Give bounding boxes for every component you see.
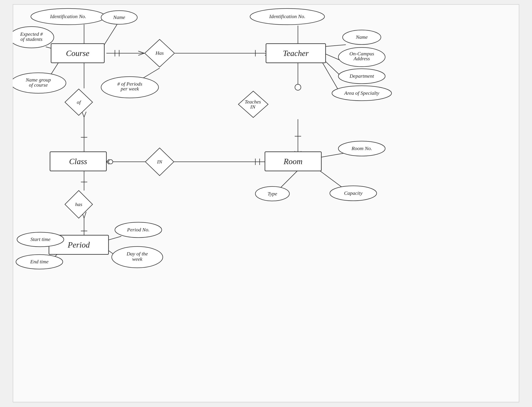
- attr-room-capacity: Capacity: [344, 190, 362, 196]
- attr-period-end: End time: [30, 259, 48, 264]
- svg-line-1: [104, 24, 117, 45]
- rel-in-label: IN: [157, 159, 162, 164]
- attr-course-expected2: of students: [20, 36, 42, 42]
- attr-course-expected1: Expected #: [20, 31, 43, 37]
- attr-teacher-specialty: Area of Specialty: [344, 90, 379, 96]
- attr-period-day1: Day of the: [126, 251, 148, 257]
- attr-room-no: Room No.: [351, 146, 372, 151]
- attr-course-namegroup2: of course: [29, 82, 48, 88]
- svg-point-12: [295, 84, 301, 90]
- attr-room-type: Type: [268, 191, 277, 196]
- attr-teacher-oncampus2: Address: [353, 56, 370, 61]
- attr-teacher-name: Name: [355, 34, 368, 40]
- attr-teacher-dept: Department: [349, 73, 374, 79]
- svg-line-21: [319, 170, 341, 187]
- entity-room-label: Room: [284, 157, 303, 166]
- attr-period-start: Start time: [31, 236, 50, 242]
- svg-point-33: [108, 160, 113, 164]
- attr-period-day2: week: [132, 256, 142, 262]
- attr-period-no: Period No.: [127, 227, 149, 232]
- rel-has2-label: has: [75, 202, 82, 207]
- rel-teaches-in-label: Teaches: [245, 99, 261, 104]
- svg-line-19: [319, 153, 344, 157]
- attr-course-id: Identification No.: [50, 14, 86, 19]
- svg-line-20: [281, 170, 298, 187]
- entity-course-label: Course: [66, 49, 89, 58]
- attr-course-namegroup1: Name group: [25, 77, 51, 83]
- entity-period-label: Period: [68, 240, 90, 249]
- entity-class-label: Class: [69, 157, 87, 166]
- attr-has-periods2: per week: [120, 86, 139, 92]
- rel-has-label: Has: [155, 50, 164, 56]
- rel-teaches-in-label2: IN: [250, 104, 256, 110]
- entity-teacher-label: Teacher: [283, 49, 308, 58]
- attr-teacher-id: Identification No.: [269, 14, 305, 19]
- er-diagram: Course Teacher Class Room Period Has of …: [13, 4, 519, 402]
- attr-course-name: Name: [113, 15, 125, 20]
